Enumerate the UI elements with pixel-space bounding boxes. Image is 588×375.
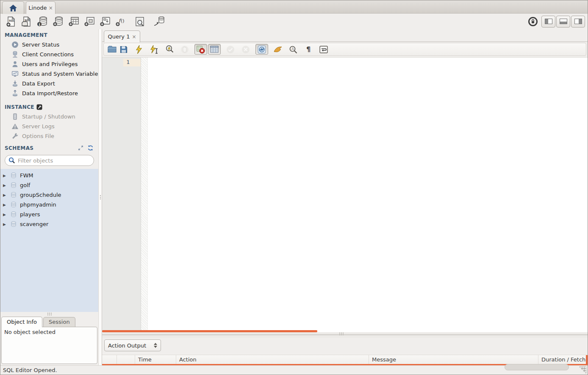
schema-item-players[interactable]: ▶ players [0,210,98,219]
commit-button[interactable] [225,44,236,55]
chevron-right-icon[interactable]: ▶ [3,174,7,178]
connection-lock-button[interactable] [525,15,541,28]
schema-item-groupschedule[interactable]: ▶ groupSchedule [0,190,98,200]
sidebar-item-data-export[interactable]: Data Export [0,79,98,88]
schema-inspector-button[interactable]: i [34,15,50,28]
stop-button[interactable] [179,44,190,55]
output-type-label: Action Output [108,342,154,349]
toggle-bottom-panel-button[interactable] [556,16,570,28]
chevron-right-icon[interactable]: ▶ [3,183,7,188]
chevron-right-icon[interactable]: ▶ [3,212,7,217]
wrench-icon [11,132,19,140]
chevron-right-icon[interactable]: ▶ [3,193,7,197]
new-query-tab-button[interactable]: SQL [3,15,19,28]
sidebar-item-system-variables[interactable]: Status and System Variables [0,69,98,79]
schema-icon [10,172,17,179]
home-icon [9,4,17,12]
create-table-button[interactable] [66,15,81,28]
query-tab-label: Query 1 [108,33,130,40]
connection-tab-linode[interactable]: Linode × [26,1,55,14]
schema-list[interactable]: ▶ FWM ▶ golf ▶ groupSchedule ▶ phpmyadmi… [0,169,98,312]
column-index[interactable] [117,355,135,364]
sidebar-item-startup-shutdown[interactable]: Startup / Shutdown [0,112,98,121]
schema-item-scavenger[interactable]: ▶ scavenger [0,219,98,229]
close-icon[interactable]: × [49,5,53,11]
create-schema-icon [52,16,64,27]
open-script-button[interactable] [106,44,117,55]
navigator-sidebar: MANAGEMENT Server Status Client Connecti… [0,29,98,365]
explain-button[interactable] [164,44,175,55]
open-sql-script-button[interactable]: SQL [19,15,34,28]
invisible-chars-button[interactable]: ¶ [303,44,314,55]
execute-current-button[interactable] [149,44,160,55]
toggle-autocommit-button[interactable] [255,44,268,55]
reconnect-dbms-button[interactable] [151,15,166,28]
sidebar-bottom-splitter[interactable] [0,312,98,316]
tab-session[interactable]: Session [43,317,75,327]
expand-panel-icon[interactable] [78,145,84,152]
column-time[interactable]: Time [135,355,176,364]
sql-code-editor[interactable]: 1 [102,57,588,332]
chevron-right-icon[interactable]: ▶ [3,203,7,207]
schema-item-phpmyadmin[interactable]: ▶ phpmyadmin [0,200,98,210]
search-table-data-button[interactable] [132,15,147,28]
svg-text:(): () [121,18,125,24]
output-splitter[interactable] [102,332,588,338]
wrap-text-button[interactable] [318,44,329,55]
toggle-right-sidebar-button[interactable] [571,16,585,28]
refresh-icon[interactable] [87,145,94,152]
editor-text-area[interactable] [148,58,588,332]
sql-editor-area: Query 1 × [102,29,588,365]
column-status[interactable] [102,355,117,364]
schema-item-fwm[interactable]: ▶ FWM [0,171,98,180]
tab-object-info[interactable]: Object Info [1,317,42,327]
output-type-select[interactable]: Action Output [104,339,161,351]
create-schema-button[interactable] [50,15,66,28]
explain-icon [165,45,174,54]
schema-filter-input[interactable] [18,157,90,164]
schema-icon [10,211,17,218]
column-duration-fetch[interactable]: Duration / Fetch [538,355,588,364]
query-tab[interactable]: Query 1 × [104,30,140,42]
new-query-tab-icon: SQL [6,16,17,27]
close-icon[interactable]: × [132,34,136,40]
find-button[interactable]: A [288,44,299,55]
sidebar-item-server-logs[interactable]: Server Logs [0,121,98,131]
column-message[interactable]: Message [369,355,538,364]
save-script-button[interactable] [118,44,129,55]
output-panel: Action Output Time Action Message Durati… [102,338,588,365]
create-function-button[interactable]: f() [113,15,128,28]
stepper-icon [154,343,157,348]
create-view-button[interactable] [81,15,97,28]
line-number: 1 [102,59,141,66]
toggle-left-sidebar-button[interactable] [541,16,555,28]
create-procedure-button[interactable] [97,15,113,28]
sidebar-item-server-status[interactable]: Server Status [0,40,98,50]
sidebar-item-options-file[interactable]: Options File [0,131,98,141]
schema-filter-box[interactable] [5,155,94,166]
schema-item-golf[interactable]: ▶ golf [0,180,98,190]
find-icon: A [289,45,297,54]
column-action[interactable]: Action [176,355,369,364]
sidebar-splitter[interactable] [98,29,102,365]
sidebar-item-users-privileges[interactable]: Users and Privileges [0,59,98,69]
create-procedure-icon [99,16,111,27]
limit-rows-button[interactable] [208,44,221,55]
execute-button[interactable] [133,44,144,55]
output-vertical-scrollbar[interactable] [586,355,588,365]
toggle-bottom-panel-icon [560,19,567,24]
home-tab[interactable] [2,1,24,14]
svg-text:A: A [291,47,294,51]
sidebar-item-client-connections[interactable]: Client Connections [0,50,98,59]
toggle-autocommit-icon [258,45,266,54]
sidebar-item-data-import[interactable]: Data Import/Restore [0,88,98,98]
beautify-button[interactable] [272,44,283,55]
sql-editor-toolbar: A ¶ [103,43,586,56]
window-resize-grip[interactable] [580,367,586,373]
open-script-icon [108,46,116,53]
chevron-right-icon[interactable]: ▶ [3,222,7,226]
svg-text:SQL: SQL [25,19,30,22]
toggle-stop-on-error-button[interactable] [194,44,207,55]
rollback-button[interactable] [240,44,251,55]
output-horizontal-scrollbar-thumb[interactable] [505,364,569,370]
